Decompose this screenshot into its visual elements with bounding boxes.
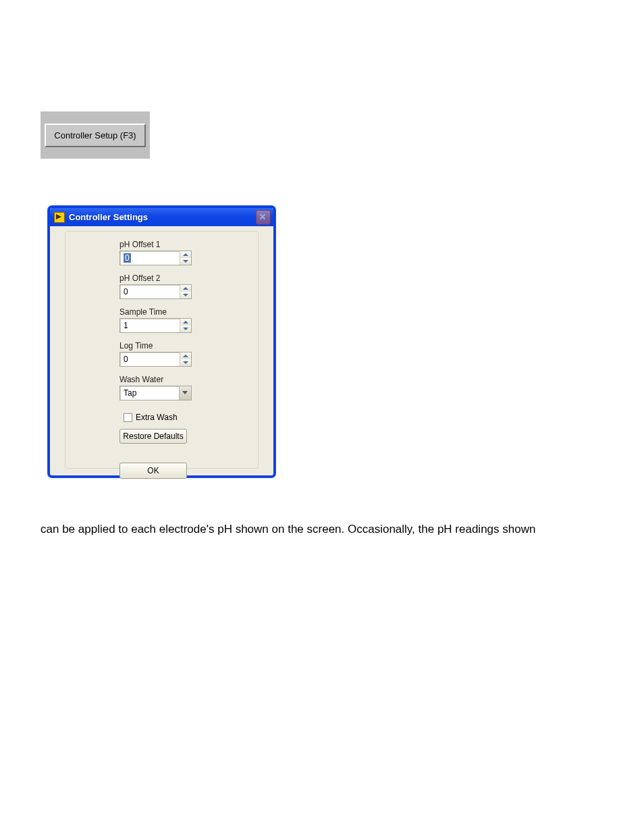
- ph-offset-2-spinner[interactable]: [180, 285, 191, 298]
- extra-wash-checkbox[interactable]: [124, 413, 132, 422]
- chevron-down-icon[interactable]: [179, 386, 191, 400]
- log-time-value: 0: [124, 355, 128, 364]
- spinner-up-icon[interactable]: [180, 353, 191, 359]
- sample-time-value: 1: [124, 321, 128, 330]
- ok-label: OK: [147, 466, 159, 475]
- extra-wash-row[interactable]: Extra Wash: [124, 413, 234, 422]
- spinner-up-icon[interactable]: [180, 285, 191, 292]
- restore-defaults-button[interactable]: Restore Defaults: [119, 429, 187, 444]
- dialog-title: Controller Settings: [69, 212, 256, 222]
- wash-water-dropdown[interactable]: Tap: [119, 386, 192, 400]
- extra-wash-label: Extra Wash: [136, 413, 178, 422]
- spinner-down-icon[interactable]: [180, 292, 191, 298]
- log-time-label: Log Time: [119, 341, 234, 350]
- log-time-spinner[interactable]: [180, 353, 191, 366]
- app-icon: [54, 212, 65, 223]
- ok-button[interactable]: OK: [119, 463, 187, 479]
- controller-settings-dialog: Controller Settings pH Offset 1 0 pH Off…: [48, 206, 275, 477]
- ph-offset-2-input[interactable]: 0: [119, 284, 192, 299]
- ph-offset-1-spinner[interactable]: [180, 251, 191, 265]
- ph-offset-2-value: 0: [124, 287, 128, 296]
- spinner-down-icon[interactable]: [180, 359, 191, 366]
- spinner-up-icon[interactable]: [180, 319, 191, 325]
- log-time-input[interactable]: 0: [119, 352, 192, 367]
- spinner-down-icon[interactable]: [180, 258, 191, 265]
- titlebar[interactable]: Controller Settings: [50, 208, 273, 226]
- sample-time-label: Sample Time: [119, 307, 234, 317]
- spinner-up-icon[interactable]: [180, 251, 191, 258]
- ph-offset-1-value: 0: [124, 253, 131, 263]
- close-icon[interactable]: [256, 210, 271, 225]
- sample-time-input[interactable]: 1: [119, 318, 192, 333]
- settings-form: pH Offset 1 0 pH Offset 2 0 Sa: [119, 240, 234, 479]
- controller-setup-button-label: Controller Setup (F3): [54, 130, 136, 140]
- ph-offset-1-label: pH Offset 1: [119, 240, 234, 249]
- page: Controller Setup (F3) Controller Setting…: [0, 0, 644, 834]
- restore-defaults-label: Restore Defaults: [123, 432, 183, 441]
- body-paragraph: can be applied to each electrode's pH sh…: [41, 520, 608, 539]
- wash-water-value: Tap: [124, 388, 136, 398]
- dialog-body: pH Offset 1 0 pH Offset 2 0 Sa: [65, 231, 259, 469]
- ph-offset-2-label: pH Offset 2: [119, 273, 234, 283]
- controller-setup-button[interactable]: Controller Setup (F3): [45, 124, 146, 147]
- spinner-down-icon[interactable]: [180, 325, 191, 332]
- sample-time-spinner[interactable]: [180, 319, 191, 332]
- ph-offset-1-input[interactable]: 0: [119, 251, 192, 265]
- controller-setup-button-frame: Controller Setup (F3): [41, 111, 150, 159]
- wash-water-label: Wash Water: [119, 375, 234, 384]
